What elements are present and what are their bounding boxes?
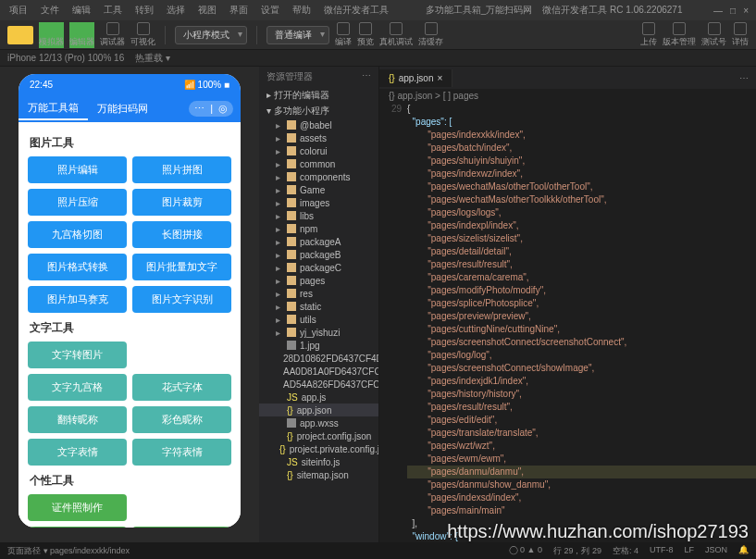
tool-九宫格切图[interactable]: 九宫格切图: [28, 221, 127, 248]
code-area[interactable]: 29 { "pages": [ "pages/indexxkk/index", …: [379, 103, 756, 542]
breadcrumb[interactable]: {} app.json > [ ] pages: [379, 89, 756, 103]
cursor-pos[interactable]: 行 29，列 29: [553, 545, 601, 557]
menu-微信开发者工具[interactable]: 微信开发者工具: [318, 2, 394, 19]
editor-more-icon[interactable]: ⋯: [732, 73, 756, 83]
target-icon[interactable]: ◎: [218, 103, 228, 115]
nav-tab-1[interactable]: 万能工具箱: [19, 97, 88, 120]
file-common[interactable]: ▸ common: [259, 157, 378, 170]
tool-图片批量加文字[interactable]: 图片批量加文字: [132, 254, 231, 280]
file-packageA[interactable]: ▸ packageA: [259, 235, 378, 248]
mode-dropdown[interactable]: 小程序模式: [175, 26, 247, 44]
minimize-button[interactable]: —: [713, 6, 723, 16]
file-packageB[interactable]: ▸ packageB: [259, 248, 378, 261]
file-siteinfo.js[interactable]: JS siteinfo.js: [259, 455, 378, 468]
tool-照片压缩[interactable]: 照片压缩: [28, 189, 127, 216]
lang-mode[interactable]: JSON: [705, 545, 727, 557]
menu-选择[interactable]: 选择: [161, 2, 191, 19]
tool-图片加马赛克[interactable]: 图片加马赛克: [28, 286, 127, 313]
bell-icon[interactable]: 🔔: [738, 545, 749, 557]
file-colorui[interactable]: ▸ colorui: [259, 144, 378, 157]
editor-toggle[interactable]: 编辑器: [69, 22, 94, 48]
titlebar: 项目文件编辑工具转到选择视图界面设置帮助微信开发者工具 多功能工具箱_万能扫码网…: [0, 0, 756, 20]
phone-content[interactable]: 图片工具 照片编辑照片拼图照片压缩图片裁剪九宫格切图长图拼接图片格式转换图片批量…: [19, 122, 241, 528]
tool-长图拼接[interactable]: 长图拼接: [132, 221, 231, 248]
file-1.jpg[interactable]: 1.jpg: [259, 339, 378, 352]
capsule[interactable]: ⋯|◎: [189, 101, 233, 117]
indent[interactable]: 空格: 4: [613, 545, 638, 557]
close-button[interactable]: ×: [743, 6, 749, 16]
problems[interactable]: ◯ 0 ▲ 0: [509, 545, 542, 557]
editor-tab-appjson[interactable]: {}app.json×: [379, 69, 452, 87]
file-images[interactable]: ▸ images: [259, 196, 378, 209]
file-libs[interactable]: ▸ libs: [259, 209, 378, 222]
tb-版本管理[interactable]: 版本管理: [663, 22, 696, 48]
close-tab-icon[interactable]: ×: [438, 73, 443, 83]
file-app.js[interactable]: JS app.js: [259, 391, 378, 404]
file-AD54A826FD6437CFC...[interactable]: AD54A826FD6437CFC...: [259, 378, 378, 391]
file-static[interactable]: ▸ static: [259, 300, 378, 313]
tool-图片裁剪[interactable]: 图片裁剪: [132, 189, 231, 216]
device-select[interactable]: iPhone 12/13 (Pro) 100% 16: [7, 53, 124, 63]
menu-帮助[interactable]: 帮助: [287, 2, 316, 19]
menu-icon[interactable]: ⋯: [194, 103, 204, 115]
file-sitemap.json[interactable]: {} sitemap.json: [259, 468, 378, 481]
tb-上传[interactable]: 上传: [640, 22, 657, 48]
tool-证件照制作[interactable]: 证件照制作: [28, 494, 127, 521]
tb-详情[interactable]: 详情: [732, 22, 749, 48]
clear-cache-button[interactable]: 清缓存: [418, 22, 443, 48]
file-app.wxss[interactable]: app.wxss: [259, 416, 378, 429]
file-components[interactable]: ▸ components: [259, 170, 378, 183]
file-28D10862FD6437CF4D...[interactable]: 28D10862FD6437CF4D...: [259, 352, 378, 365]
menu-转到[interactable]: 转到: [130, 2, 159, 19]
tool-照片编辑[interactable]: 照片编辑: [28, 156, 127, 183]
page-path[interactable]: 页面路径 ▾ pages/indexxkk/index: [7, 545, 130, 557]
visual-toggle[interactable]: 可视化: [130, 22, 155, 48]
tool-图片文字识别[interactable]: 图片文字识别: [132, 286, 231, 313]
tool-花式字体[interactable]: 花式字体: [132, 374, 231, 401]
file-res[interactable]: ▸ res: [259, 287, 378, 300]
tb-测试号[interactable]: 测试号: [701, 22, 726, 48]
file-project.config.json[interactable]: {} project.config.json: [259, 429, 378, 442]
tool-翻转昵称[interactable]: 翻转昵称: [28, 406, 127, 433]
tool-文字表情[interactable]: 文字表情: [28, 439, 127, 466]
encoding[interactable]: UTF-8: [650, 545, 674, 557]
menu-项目[interactable]: 项目: [4, 2, 33, 19]
menu-编辑[interactable]: 编辑: [67, 2, 96, 19]
file-utils[interactable]: ▸ utils: [259, 313, 378, 326]
tool-文字九宫格[interactable]: 文字九宫格: [28, 374, 127, 401]
file-packageC[interactable]: ▸ packageC: [259, 261, 378, 274]
menu-文件[interactable]: 文件: [35, 2, 65, 19]
file-pages[interactable]: ▸ pages: [259, 274, 378, 287]
menu-界面[interactable]: 界面: [224, 2, 254, 19]
tool-照片拼图[interactable]: 照片拼图: [132, 156, 231, 183]
file-assets[interactable]: ▸ assets: [259, 131, 378, 144]
tool-图片格式转换[interactable]: 图片格式转换: [28, 254, 127, 280]
tool-彩色昵称[interactable]: 彩色昵称: [132, 406, 231, 433]
menu-工具[interactable]: 工具: [98, 2, 128, 19]
tool-个性签名制作[interactable]: 个性签名制作: [132, 527, 231, 528]
compile-button[interactable]: 编译: [335, 22, 352, 48]
file-project.private.config.js...[interactable]: {} project.private.config.js...: [259, 442, 378, 455]
nav-tab-2[interactable]: 万能扫码网: [88, 98, 157, 119]
compile-dropdown[interactable]: 普通编译: [266, 26, 329, 44]
eol[interactable]: LF: [684, 545, 694, 557]
open-editors[interactable]: ▸ 打开的编辑器: [259, 87, 378, 103]
file-npm[interactable]: ▸ npm: [259, 222, 378, 235]
file-@babel[interactable]: ▸ @babel: [259, 118, 378, 131]
hot-reload[interactable]: 热重载 ▾: [135, 52, 170, 65]
maximize-button[interactable]: □: [730, 6, 736, 16]
file-AA0D81A0FD6437CFC...[interactable]: AA0D81A0FD6437CFC...: [259, 365, 378, 378]
tool-文字转图片[interactable]: 文字转图片: [28, 342, 127, 368]
file-yj_yishuzi[interactable]: ▸ yj_yishuzi: [259, 326, 378, 339]
file-app.json[interactable]: {} app.json: [259, 404, 378, 416]
project-root[interactable]: ▾ 多功能小程序: [259, 103, 378, 118]
file-Game[interactable]: ▸ Game: [259, 183, 378, 196]
simulator-toggle[interactable]: 模拟器: [39, 22, 64, 48]
tool-手持弹幕[interactable]: 手持弹幕: [28, 527, 127, 528]
menu-设置[interactable]: 设置: [255, 2, 285, 19]
tool-字符表情[interactable]: 字符表情: [132, 439, 231, 466]
debugger-toggle[interactable]: 调试器: [100, 22, 125, 48]
device-debug-button[interactable]: 真机调试: [379, 22, 413, 48]
preview-button[interactable]: 预览: [357, 22, 374, 48]
menu-视图[interactable]: 视图: [192, 2, 222, 19]
